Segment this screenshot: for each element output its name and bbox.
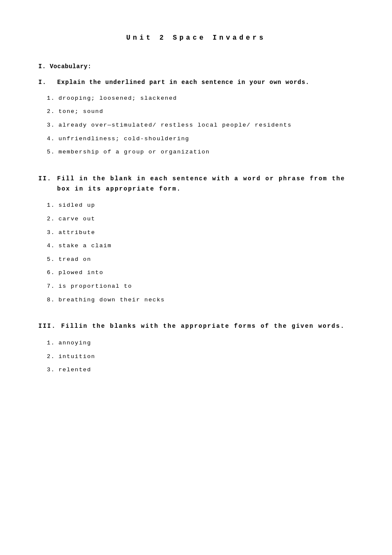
list-item: 2.carve out [47,214,354,224]
section-II-block: II. Fill in the blank in each sentence w… [38,174,354,304]
list-item: 6.plowed into [47,268,354,278]
subsection-II-instruction: Fill in the blank in each sentence with … [57,174,354,194]
subsection-III-answers: 1.annoying 2.intuition 3.relented [38,338,354,375]
subsection-I-instruction: Explain the underlined part in each sent… [57,79,309,86]
subsection-II-heading-block: II. Fill in the blank in each sentence w… [38,174,354,194]
list-item: 5.tread on [47,255,354,264]
subsection-III-label: III. [38,321,56,332]
subsection-I-block: I. Explain the underlined part in each s… [38,78,354,157]
subsection-III-heading-line1: III. Fillin the blanks with the appropri… [38,321,354,332]
list-item: 3.relented [47,365,354,375]
list-item: 1.sidled up [47,201,354,210]
list-item: 3.attribute [47,228,354,237]
subsection-II-heading-line1: II. Fill in the blank in each sentence w… [38,174,354,194]
list-item: 1.drooping; loosened; slackened [47,94,354,103]
list-item: 3.already over—stimulated/ restless loca… [47,121,354,130]
subsection-II-answers: 1.sidled up 2.carve out 3.attribute 4.st… [38,201,354,304]
subsection-II-label: II. [38,174,52,194]
subsection-III-heading-block: III. Fillin the blanks with the appropri… [38,321,354,332]
section-III-block: III. Fillin the blanks with the appropri… [38,321,354,375]
page-title: Unit 2 Space Invaders [38,34,354,42]
section-vocabulary: I. Vocabulary: I. Explain the underlined… [38,63,354,157]
vocabulary-heading: I. Vocabulary: [38,63,354,70]
subsection-I-answers: 1.drooping; loosened; slackened 2.tone; … [38,94,354,157]
list-item: 8.breathing down their necks [47,295,354,305]
list-item: 1.annoying [47,338,354,348]
list-item: 4.unfriendliness; cold-shouldering [47,134,354,144]
subsection-III-instruction: Fillin the blanks with the appropriate f… [61,321,345,332]
list-item: 2.intuition [47,352,354,361]
subsection-I-label: I. [38,79,46,86]
list-item: 5.membership of a group or organization [47,147,354,157]
list-item: 7.is proportional to [47,282,354,291]
subsection-I-heading: I. Explain the underlined part in each s… [38,78,354,88]
list-item: 4.stake a claim [47,241,354,251]
list-item: 2.tone; sound [47,107,354,116]
